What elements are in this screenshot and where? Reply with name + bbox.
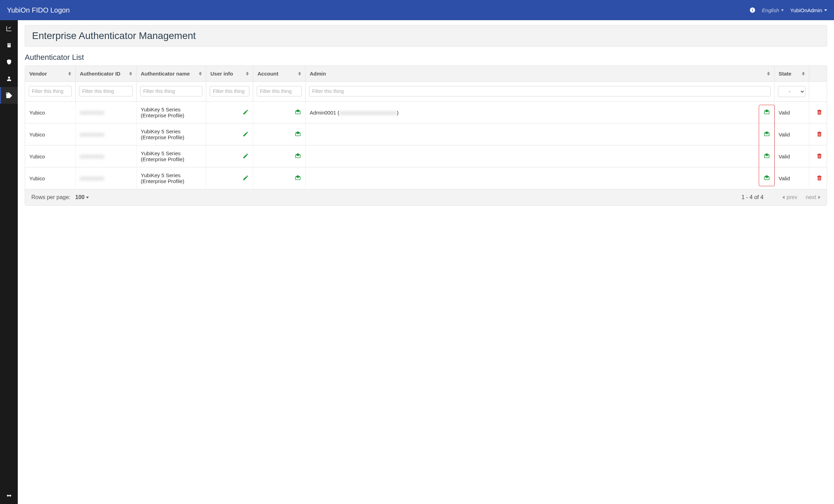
topbar: YubiOn FIDO Logon i English YubiOnAdmin (0, 0, 834, 20)
chevron-down-icon (824, 9, 827, 11)
svg-rect-27 (818, 177, 819, 180)
svg-rect-22 (818, 155, 819, 158)
filter-userinfo[interactable] (210, 86, 249, 96)
mail-icon[interactable] (295, 153, 301, 160)
cell-authname: YubiKey 5 Series (Enterprise Profile) (137, 167, 206, 189)
mail-icon[interactable] (764, 131, 770, 138)
delete-icon[interactable] (816, 153, 823, 160)
table-row: YubicoXXXXXXXYubiKey 5 Series (Enterpris… (25, 102, 827, 124)
column-vendor[interactable]: Vendor (25, 66, 76, 81)
cell-admin (306, 167, 774, 189)
mail-icon[interactable] (295, 131, 301, 138)
svg-rect-5 (9, 44, 10, 45)
cell-vendor: Yubico (25, 167, 76, 189)
svg-text:i: i (752, 8, 753, 12)
cell-vendor: Yubico (25, 145, 76, 167)
svg-rect-19 (820, 133, 820, 136)
filter-admin[interactable] (309, 86, 771, 96)
cell-authid: XXXXXXX (76, 145, 137, 167)
cell-admin (306, 124, 774, 145)
svg-rect-4 (9, 44, 9, 45)
rows-per-page-label: Rows per page: (31, 194, 70, 200)
table-filters: - (25, 82, 827, 102)
cell-state: Valid (774, 102, 809, 123)
column-userinfo[interactable]: User info (206, 66, 253, 81)
chevron-down-icon (781, 9, 784, 11)
sort-icon (298, 72, 301, 76)
delete-icon[interactable] (816, 131, 823, 138)
cell-authname: YubiKey 5 Series (Enterprise Profile) (137, 145, 206, 167)
main-content: Enterprise Authenticator Management Auth… (18, 20, 834, 213)
filter-authid[interactable] (79, 86, 133, 96)
filter-vendor[interactable] (29, 86, 72, 96)
svg-rect-3 (8, 44, 9, 45)
delete-icon[interactable] (816, 109, 823, 116)
filter-state[interactable]: - (778, 86, 805, 97)
filter-authname[interactable] (140, 86, 202, 96)
cell-account (253, 145, 306, 167)
svg-rect-29 (820, 177, 820, 180)
edit-icon[interactable] (242, 109, 249, 116)
pagination-prev[interactable]: prev (782, 194, 797, 200)
table-row: YubicoXXXXXXXYubiKey 5 Series (Enterpris… (25, 167, 827, 189)
cell-admin (306, 145, 774, 167)
brand-title: YubiOn FIDO Logon (7, 6, 749, 14)
language-label: English (762, 7, 779, 13)
cell-actions (809, 102, 827, 123)
column-admin[interactable]: Admin (306, 66, 774, 81)
cell-account (253, 124, 306, 145)
svg-rect-14 (820, 111, 820, 114)
svg-rect-18 (819, 133, 820, 136)
chevron-left-icon (782, 196, 785, 199)
sidebar-item-users[interactable] (0, 70, 18, 87)
mail-icon[interactable] (764, 109, 770, 116)
table-header: Vendor Authenticator ID Authenticator na… (25, 66, 827, 82)
mail-icon[interactable] (764, 175, 770, 182)
column-account[interactable]: Account (253, 66, 306, 81)
edit-icon[interactable] (242, 153, 249, 160)
sidebar-item-dashboard[interactable] (0, 20, 18, 37)
edit-icon[interactable] (242, 131, 249, 138)
cell-authid: XXXXXXX (76, 124, 137, 145)
language-selector[interactable]: English (762, 7, 784, 13)
pagination-next[interactable]: next (806, 194, 820, 200)
cell-authname: YubiKey 5 Series (Enterprise Profile) (137, 102, 206, 123)
svg-rect-12 (818, 111, 819, 114)
cell-vendor: Yubico (25, 124, 76, 145)
table-footer: Rows per page: 100 1 - 4 of 4 prev next (25, 189, 827, 205)
info-icon[interactable]: i (749, 7, 756, 13)
cell-userinfo (206, 145, 253, 167)
rows-per-page-selector[interactable]: 100 (75, 194, 89, 200)
chevron-right-icon (818, 196, 820, 199)
cell-actions (809, 167, 827, 189)
sidebar-item-authenticators[interactable] (0, 87, 18, 104)
cell-state: Valid (774, 124, 809, 145)
filter-account[interactable] (257, 86, 302, 96)
svg-rect-24 (820, 155, 820, 158)
cell-vendor: Yubico (25, 102, 76, 123)
column-authid[interactable]: Authenticator ID (76, 66, 137, 81)
sidebar-item-security[interactable] (0, 54, 18, 70)
sort-icon (68, 72, 71, 76)
delete-icon[interactable] (816, 175, 823, 182)
page-title-box: Enterprise Authenticator Management (25, 25, 827, 47)
sort-icon (246, 72, 249, 76)
cell-authid: XXXXXXX (76, 167, 137, 189)
cell-account (253, 167, 306, 189)
mail-icon[interactable] (295, 109, 301, 116)
sort-icon (767, 72, 770, 76)
user-menu[interactable]: YubiOnAdmin (790, 7, 827, 13)
table-row: YubicoXXXXXXXYubiKey 5 Series (Enterpris… (25, 124, 827, 145)
column-authname[interactable]: Authenticator name (137, 66, 206, 81)
sidebar-item-enterprise[interactable] (0, 37, 18, 54)
column-state[interactable]: State (774, 66, 809, 81)
mail-icon[interactable] (764, 153, 770, 160)
mail-icon[interactable] (295, 175, 301, 182)
svg-rect-17 (818, 133, 819, 136)
svg-rect-13 (819, 111, 820, 114)
list-title: Authenticator List (25, 53, 827, 62)
user-label: YubiOnAdmin (790, 7, 822, 13)
edit-icon[interactable] (242, 175, 249, 182)
svg-rect-7 (9, 45, 9, 46)
sort-icon (129, 72, 132, 76)
